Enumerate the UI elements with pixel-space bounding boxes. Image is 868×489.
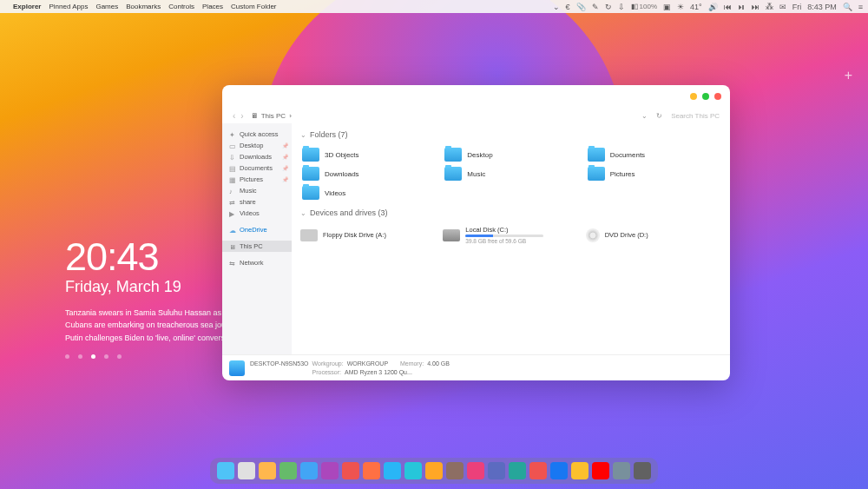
dock-app-9[interactable] [404,462,422,479]
folder-icon [588,167,605,181]
dock-app-6[interactable] [342,462,359,479]
close-button[interactable] [714,93,721,100]
volume-icon[interactable]: 🔊 [708,3,718,11]
menu-bookmarks[interactable]: Bookmarks [126,3,161,10]
mail-icon[interactable]: ✉ [779,3,786,11]
dock-app-0[interactable] [217,462,234,479]
breadcrumb[interactable]: 🖥 This PC › [251,112,292,120]
sidebar-item-desktop[interactable]: ▭Desktop📌 [222,140,292,151]
forward-button[interactable]: › [240,111,243,121]
dock-app-16[interactable] [550,462,568,479]
sidebar-item-pictures[interactable]: ▦Pictures📌 [222,174,292,185]
folder-3d-objects[interactable]: 3D Objects [300,146,436,163]
menu-icon[interactable]: ≡ [858,3,863,11]
menu-pinned-apps[interactable]: Pinned Apps [49,3,88,10]
weather-icon[interactable]: ☀ [677,3,684,11]
search-icon[interactable]: 🔍 [843,3,852,11]
back-button[interactable]: ‹ [233,111,235,121]
folder-pictures[interactable]: Pictures [586,165,721,182]
page-dot[interactable] [117,354,122,359]
sidebar-item-videos[interactable]: ▶Videos [222,208,292,219]
play-pause-icon[interactable]: ⏯ [738,3,746,11]
dock-app-11[interactable] [446,462,464,479]
sidebar-quick-access[interactable]: ✦Quick access [222,129,292,140]
drive-dvd[interactable]: DVD Drive (D:) [586,226,721,244]
folder-desktop[interactable]: Desktop [443,146,578,163]
add-widget-icon[interactable]: + [845,68,852,83]
chevron-down-icon[interactable]: ⌄ [553,3,560,11]
drive-floppy[interactable]: Floppy Disk Drive (A:) [300,226,436,244]
dvd-icon [586,228,600,242]
attachment-icon[interactable]: 📎 [576,3,586,11]
drives-header[interactable]: Devices and drives (3) [300,205,721,221]
battery-indicator[interactable]: ▮▯ 100% [631,3,657,10]
dock-app-3[interactable] [279,462,297,479]
page-dot-active[interactable] [91,354,95,359]
sidebar-this-pc[interactable]: 🖥This PC [222,241,292,252]
folder-downloads[interactable]: Downloads [300,165,436,182]
search-input[interactable]: Search This PC [671,112,720,120]
temperature[interactable]: 41° [690,3,702,11]
finder-icon [229,360,245,376]
dock-app-4[interactable] [300,462,318,479]
widget-time: 20:43 [65,235,230,280]
disk-usage-bar [465,235,543,237]
dock-app-2[interactable] [259,462,276,479]
refresh-icon[interactable]: ↻ [605,3,612,11]
settings-icon[interactable]: ⁂ [766,3,773,11]
folder-icon [444,167,462,181]
clock-time: 8:43 PM [807,3,837,11]
dock-app-10[interactable] [425,462,443,479]
dock [210,458,658,484]
dock-app-12[interactable] [467,462,484,479]
dropdown-icon[interactable]: ⌄ [641,112,648,120]
folder-music[interactable]: Music [443,165,578,182]
sidebar-item-share[interactable]: ⇄share [222,196,292,208]
dock-app-15[interactable] [529,462,547,479]
titlebar[interactable] [222,85,730,108]
sidebar-item-documents[interactable]: ▤Documents📌 [222,162,292,174]
dock-app-20[interactable] [634,462,651,479]
sidebar-onedrive[interactable]: ☁OneDrive [222,224,292,235]
dock-app-1[interactable] [238,462,255,479]
folder-documents[interactable]: Documents [586,146,721,163]
app-name[interactable]: Explorer [13,3,41,10]
refresh-button[interactable]: ↻ [656,112,662,120]
drive-local-disk[interactable]: Local Disk (C:) 39.8 GB free of 59.6 GB [443,226,578,244]
euro-icon[interactable]: € [566,3,570,11]
dock-app-7[interactable] [363,462,380,479]
display-icon[interactable]: ▣ [663,3,671,11]
disk-icon [443,229,460,241]
menu-custom-folder[interactable]: Custom Folder [231,3,276,10]
sidebar-item-downloads[interactable]: ⇩Downloads📌 [222,151,292,162]
menu-places[interactable]: Places [202,3,223,10]
pencil-icon[interactable]: ✎ [592,3,599,11]
menubar: Explorer Pinned Apps Games Bookmarks Con… [0,0,868,13]
dock-app-17[interactable] [571,462,589,479]
download-icon[interactable]: ⇩ [618,3,625,11]
desktop-clock-widget: 20:43 Friday, March 19 Tanzania swears i… [65,235,230,359]
page-dot[interactable] [65,354,69,359]
next-track-icon[interactable]: ⏭ [752,3,760,11]
page-dot[interactable] [104,354,108,359]
dock-app-18[interactable] [592,462,609,479]
widget-pagination[interactable] [65,354,230,359]
menu-games[interactable]: Games [95,3,118,10]
dock-app-5[interactable] [321,462,339,479]
minimize-button[interactable] [690,93,697,100]
computer-name: DESKTOP-N9SN53O [250,360,309,367]
sidebar: ✦Quick access ▭Desktop📌 ⇩Downloads📌 ▤Doc… [222,123,292,354]
dock-app-19[interactable] [613,462,630,479]
dock-app-13[interactable] [488,462,505,479]
menu-controls[interactable]: Controls [168,3,194,10]
maximize-button[interactable] [702,93,709,100]
dock-app-8[interactable] [384,462,401,479]
sidebar-network[interactable]: ⇆Network [222,257,292,268]
prev-track-icon[interactable]: ⏮ [724,3,732,11]
page-dot[interactable] [78,354,82,359]
folder-icon [302,186,319,200]
dock-app-14[interactable] [509,462,526,479]
folders-header[interactable]: Folders (7) [300,127,721,142]
sidebar-item-music[interactable]: ♪Music [222,185,292,196]
folder-videos[interactable]: Videos [300,184,436,202]
